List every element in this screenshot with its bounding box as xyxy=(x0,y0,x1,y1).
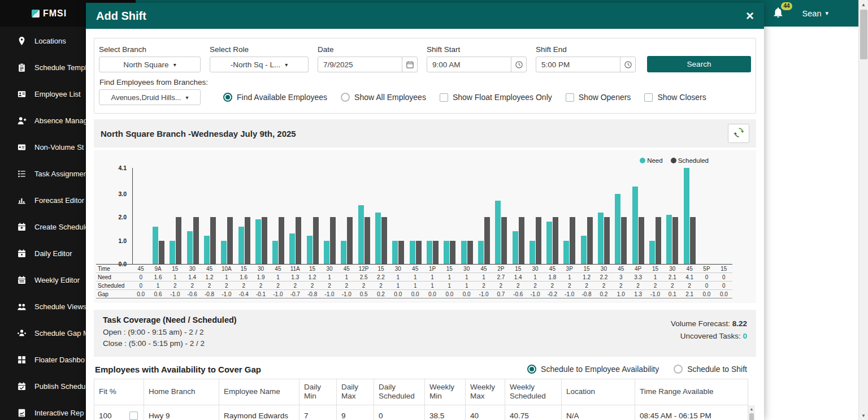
chart-table-cell: 1 xyxy=(389,281,406,289)
column-header-home-branch: Home Branch xyxy=(144,379,219,405)
close-coverage: Close : (5:00 - 5:15 pm) - 2 / 2 xyxy=(103,338,237,349)
date-label: Date xyxy=(318,45,418,54)
scheduled-bar xyxy=(416,241,422,264)
column-header-daily-min: Daily Min xyxy=(300,379,337,405)
y-tick-label: 4.1 xyxy=(118,164,127,171)
chart-bar-group xyxy=(287,168,304,264)
chart-table-cell: 30 xyxy=(527,265,544,272)
need-bar xyxy=(478,241,484,264)
clock-icon[interactable] xyxy=(511,57,526,72)
chart-table-cell: 45 xyxy=(338,265,355,272)
radio-show-all[interactable]: Show All Employees xyxy=(341,93,426,102)
cell-location: N/A xyxy=(562,405,635,420)
chart-table-cell: -0.7 xyxy=(287,289,303,298)
column-header-location: Location xyxy=(562,379,635,405)
chart-table-cell: 2 xyxy=(613,281,630,289)
scheduled-bar xyxy=(296,217,301,264)
chart-table-cell: -0.8 xyxy=(201,289,218,298)
chart-bar-group xyxy=(475,168,492,264)
chart-table-cell: 1 xyxy=(441,281,458,289)
row-select-checkbox[interactable] xyxy=(129,412,138,420)
checkbox-icon xyxy=(440,93,448,102)
scheduled-bar xyxy=(656,217,661,264)
scheduled-bar xyxy=(262,217,267,264)
search-button[interactable]: Search xyxy=(647,56,751,72)
chart-table-cell: 1P xyxy=(424,265,441,272)
chart-table-cell: 1 xyxy=(561,272,578,281)
checkbox-icon xyxy=(644,93,653,102)
chart-bar-group xyxy=(150,168,167,264)
scroll-down-icon[interactable]: ▼ xyxy=(859,411,868,420)
cell-weekly-scheduled: 40.75 xyxy=(505,405,562,420)
chart-table-cell: 9A xyxy=(149,265,166,272)
chart-table-cell: -1.0 xyxy=(646,289,663,298)
scrollbar-thumb[interactable] xyxy=(749,413,754,420)
checkbox-show-float[interactable]: Show Float Employees Only xyxy=(440,93,552,102)
chart-table-cell: 1.6 xyxy=(149,272,166,281)
need-bar xyxy=(632,187,638,264)
employees-table-wrap: Fit %Home BranchEmployee NameDaily MinDa… xyxy=(94,379,756,420)
shift-start-label: Shift Start xyxy=(427,45,527,54)
date-input[interactable]: 7/9/2025 xyxy=(318,57,418,72)
chart-plot-area xyxy=(132,168,732,264)
sidebar-item-label: Employee List xyxy=(34,90,81,98)
chart-table-cell: 1 xyxy=(338,272,355,281)
branch-select[interactable]: North Square ▾ xyxy=(99,57,201,72)
user-menu[interactable]: Sean ▾ xyxy=(802,9,828,18)
branch-date-title: North Square Branch -Wednesday July 9th,… xyxy=(101,129,296,138)
chart-table-cell: 45 xyxy=(406,265,423,272)
chart-table-cell: 1 xyxy=(441,272,458,281)
chart-table-cell: -1.0 xyxy=(321,289,338,298)
scheduled-bar xyxy=(501,217,507,264)
checkbox-show-openers[interactable]: Show Openers xyxy=(566,93,631,102)
table-scrollbar[interactable]: ▲ xyxy=(748,405,755,420)
branches-multiselect[interactable]: Avenues,Druid Hills... ▾ xyxy=(99,89,201,105)
shift-start-value: 9:00 AM xyxy=(432,60,461,69)
clock-icon[interactable] xyxy=(620,57,635,72)
calendar-week-icon xyxy=(17,275,27,285)
table-row: 100Hwy 9Raymond Edwards79038.54040.75N/A… xyxy=(94,405,748,420)
y-tick-label: 1.0 xyxy=(118,237,127,244)
scroll-up-icon[interactable]: ▲ xyxy=(859,0,868,9)
chart-bar-group xyxy=(390,168,407,264)
radio-find-available[interactable]: Find Available Employees xyxy=(223,93,327,102)
need-bar xyxy=(410,241,415,264)
chart-table-cell: 0.0 xyxy=(441,289,458,298)
sidebar-item-label: Forecast Editor xyxy=(34,196,84,205)
checkbox-show-closers[interactable]: Show Closers xyxy=(644,93,706,102)
chart-bar-group xyxy=(561,168,578,264)
calendar-icon[interactable] xyxy=(402,57,417,72)
shift-start-input[interactable]: 9:00 AM xyxy=(427,57,527,72)
need-bar xyxy=(392,241,398,264)
shift-end-input[interactable]: 5:00 PM xyxy=(536,57,636,72)
grid-icon xyxy=(17,355,27,365)
chart-table-cell: 1.3 xyxy=(630,289,646,298)
task-list-icon xyxy=(17,169,27,179)
scrollbar-thumb[interactable] xyxy=(860,10,867,59)
chart-table-cell: 0.6 xyxy=(149,289,166,298)
modal-header: Add Shift × xyxy=(86,3,764,29)
chart-bar-group xyxy=(372,168,389,264)
notifications-button[interactable]: 44 xyxy=(772,6,787,21)
chart-table-cell: 1 xyxy=(475,272,492,281)
role-select[interactable]: -North Sq - L... ▾ xyxy=(210,57,309,72)
column-header-fit: Fit % xyxy=(94,379,144,405)
chart-table-cell: 1 xyxy=(167,272,184,281)
radio-schedule-to-availability[interactable]: Schedule to Employee Availability xyxy=(527,365,659,374)
chart-table-cell: 2 xyxy=(544,281,561,289)
chart-table-cell: 2 xyxy=(630,281,646,289)
column-header-employee-name: Employee Name xyxy=(219,379,300,405)
close-icon[interactable]: × xyxy=(746,9,754,23)
chart-table-cell: 3.3 xyxy=(630,272,646,281)
chart-table-cell: 15 xyxy=(578,265,595,272)
chart-table-cell: 15 xyxy=(441,265,458,272)
radio-schedule-to-shift[interactable]: Schedule to Shift xyxy=(674,365,747,374)
people-icon xyxy=(17,302,27,311)
chart-table-cell: 1.4 xyxy=(184,272,201,281)
sidebar-item-label: Schedule Gap M xyxy=(34,329,89,337)
scroll-up-icon[interactable]: ▲ xyxy=(748,405,755,413)
need-bar xyxy=(563,241,569,264)
page-scrollbar[interactable]: ▲ ▼ xyxy=(858,0,868,420)
chart-table-cell: -1.0 xyxy=(475,289,492,298)
refresh-button[interactable] xyxy=(728,124,749,143)
